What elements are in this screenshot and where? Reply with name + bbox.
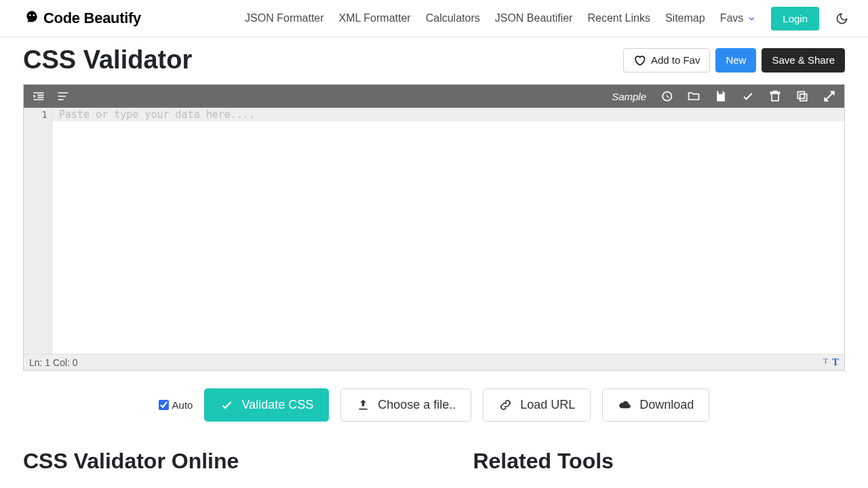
expand-icon[interactable] — [823, 89, 836, 103]
nav-json-beautifier[interactable]: JSON Beautifier — [495, 12, 573, 24]
nav-json-formatter[interactable]: JSON Formatter — [245, 12, 323, 24]
choose-file-button[interactable]: Choose a file.. — [340, 388, 471, 422]
section-heading-online: CSS Validator Online — [23, 449, 432, 474]
moon-icon — [835, 12, 848, 25]
add-to-fav-button[interactable]: Add to Fav — [623, 48, 711, 73]
cursor-position: Ln: 1 Col: 0 — [29, 357, 78, 368]
validate-css-button[interactable]: Validate CSS — [204, 388, 329, 422]
sample-button[interactable]: Sample — [612, 91, 646, 102]
history-icon[interactable] — [660, 89, 673, 103]
svg-rect-1 — [797, 92, 804, 98]
load-url-button[interactable]: Load URL — [483, 388, 591, 422]
indent-icon[interactable] — [32, 89, 45, 103]
nav-sitemap[interactable]: Sitemap — [665, 12, 705, 24]
new-button[interactable]: New — [715, 48, 756, 73]
logo-text: Code Beautify — [43, 9, 141, 27]
editor-gutter: 1 — [24, 108, 52, 354]
auto-checkbox-label[interactable]: Auto — [159, 399, 193, 411]
trash-icon[interactable] — [768, 89, 782, 103]
nav-calculators[interactable]: Calculators — [426, 12, 480, 24]
save-icon[interactable] — [714, 89, 728, 103]
check-icon — [220, 398, 234, 412]
logo-icon — [23, 9, 41, 27]
download-button[interactable]: Download — [602, 388, 709, 422]
site-logo[interactable]: Code Beautify — [23, 9, 141, 27]
outdent-icon[interactable] — [56, 89, 70, 103]
nav-xml-formatter[interactable]: XML Formatter — [339, 12, 411, 24]
section-heading-related: Related Tools — [473, 449, 845, 474]
save-share-button[interactable]: Save & Share — [762, 48, 845, 73]
editor-toolbar: Sample — [24, 85, 844, 108]
check-icon[interactable] — [741, 89, 755, 103]
line-number: 1 — [24, 109, 47, 120]
theme-toggle[interactable] — [834, 11, 849, 26]
editor-container: Sample 1 Paste or type your data here...… — [23, 84, 845, 371]
svg-rect-0 — [800, 94, 807, 101]
login-button[interactable]: Login — [771, 7, 819, 30]
link-icon — [498, 398, 513, 412]
nav-favs[interactable]: Favs — [720, 12, 757, 24]
page-title: CSS Validator — [23, 45, 192, 75]
auto-checkbox[interactable] — [159, 400, 169, 410]
editor-placeholder: Paste or type your data here.... — [59, 108, 255, 121]
chevron-down-icon — [747, 14, 756, 23]
text-size-large[interactable]: T — [832, 357, 839, 368]
code-input[interactable]: Paste or type your data here.... — [52, 108, 844, 354]
nav-recent-links[interactable]: Recent Links — [587, 12, 650, 24]
heart-icon — [633, 54, 646, 66]
upload-icon — [356, 398, 370, 412]
copy-icon[interactable] — [795, 89, 809, 103]
text-size-small[interactable]: T — [823, 357, 828, 368]
folder-open-icon[interactable] — [687, 89, 701, 103]
editor-statusbar: Ln: 1 Col: 0 T T — [24, 354, 844, 370]
download-cloud-icon — [618, 398, 632, 412]
